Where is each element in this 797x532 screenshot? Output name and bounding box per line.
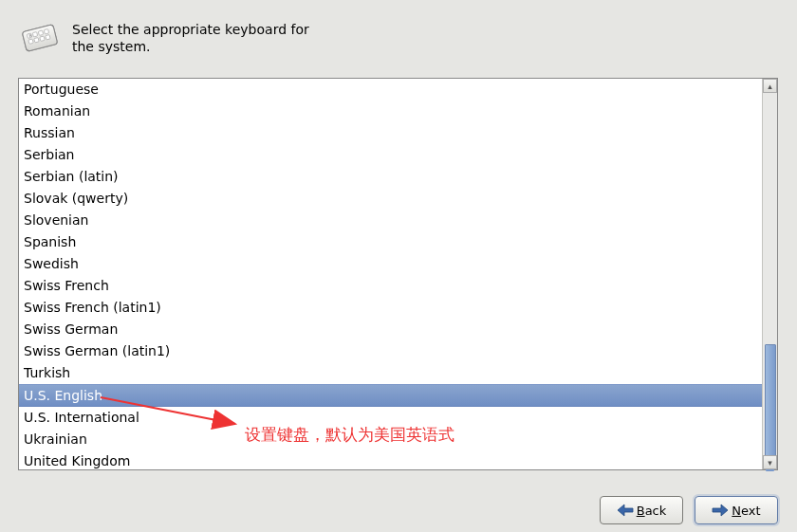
back-button-label: Back (637, 504, 667, 518)
svg-rect-9 (46, 35, 50, 40)
arrow-left-icon (617, 504, 634, 517)
svg-rect-3 (32, 32, 37, 37)
list-item[interactable]: Swiss German (19, 319, 762, 340)
arrow-right-icon (712, 504, 729, 517)
list-item[interactable]: Russian (19, 122, 762, 144)
svg-rect-8 (40, 36, 45, 41)
list-item[interactable]: Swiss French (19, 275, 762, 297)
list-item[interactable]: Slovak (qwerty) (19, 188, 762, 210)
list-item[interactable]: Serbian (latin) (19, 166, 762, 188)
svg-marker-13 (618, 504, 633, 516)
svg-marker-14 (713, 504, 728, 516)
svg-rect-4 (38, 30, 43, 35)
back-button[interactable]: Back (600, 496, 683, 524)
annotation-text: 设置键盘，默认为美国英语式 (245, 424, 454, 446)
scrollbar[interactable]: ▴ ▾ (762, 79, 777, 469)
button-bar: Back Next (600, 496, 778, 524)
list-item[interactable]: Swiss French (latin1) (19, 297, 762, 319)
svg-rect-6 (28, 39, 33, 44)
list-item[interactable]: Turkish (19, 362, 762, 384)
list-item[interactable]: Romanian (19, 101, 762, 122)
keyboard-list-container: PortugueseRomanianRussianSerbianSerbian … (18, 78, 778, 470)
list-item[interactable]: Spanish (19, 231, 762, 253)
keyboard-list[interactable]: PortugueseRomanianRussianSerbianSerbian … (19, 79, 762, 469)
scroll-thumb[interactable] (765, 344, 776, 456)
list-item[interactable]: Swedish (19, 253, 762, 275)
header: R Select the appropriate keyboard for th… (0, 0, 797, 55)
keyboard-icon: R (19, 21, 61, 55)
scroll-down-button[interactable]: ▾ (763, 455, 777, 469)
list-item[interactable]: Swiss German (latin1) (19, 340, 762, 362)
list-item[interactable]: United Kingdom (19, 450, 762, 469)
list-item[interactable]: Serbian (19, 144, 762, 166)
svg-rect-7 (34, 38, 39, 43)
scroll-up-button[interactable]: ▴ (763, 79, 777, 93)
next-button[interactable]: Next (695, 496, 778, 524)
next-button-label: Next (732, 504, 760, 518)
list-item[interactable]: U.S. English (19, 384, 762, 407)
list-item[interactable]: Portuguese (19, 79, 762, 101)
list-item[interactable]: Slovenian (19, 210, 762, 231)
svg-rect-5 (44, 29, 48, 34)
instruction-text: Select the appropriate keyboard for the … (72, 21, 319, 55)
